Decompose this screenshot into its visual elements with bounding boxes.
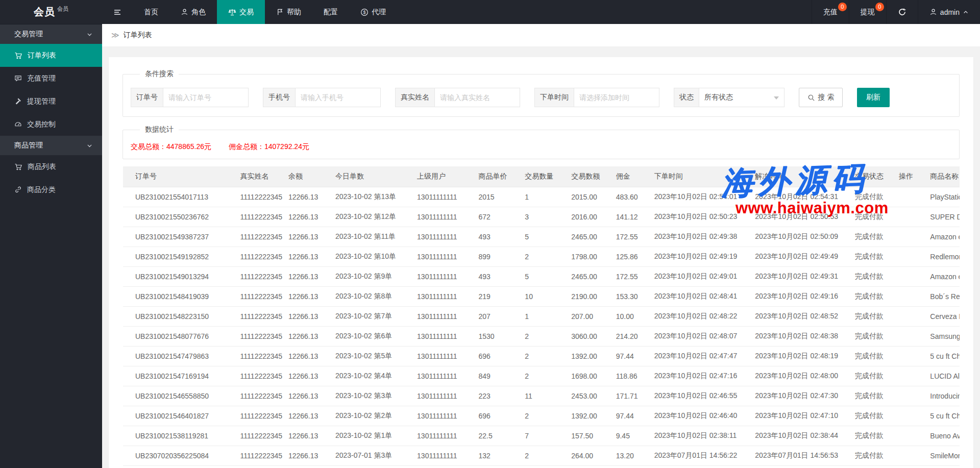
cell-order-no: UB2310021538119281: [123, 426, 228, 446]
sidebar-item-product-category[interactable]: 商品分类: [0, 178, 102, 201]
sidebar-section-trade[interactable]: 交易管理: [0, 24, 102, 44]
order-time-label: 下单时间: [534, 88, 574, 107]
sidebar-item-withdraw[interactable]: 提现管理: [0, 90, 102, 113]
cell-today-orders: 2023-10-02 第6单: [323, 326, 405, 346]
total-amount-stat: 交易总额：4478865.26元: [131, 142, 211, 151]
cell-status: 完成付款: [843, 286, 887, 306]
table-row: UB23070203375361121111222234512266.13202…: [123, 465, 960, 468]
cell-unfreeze-time: 2023年10月02日 02:48:38: [743, 326, 842, 346]
table-row: UB23100215474798631111222234512266.13202…: [123, 346, 960, 366]
username: admin: [940, 8, 960, 16]
column-header-status: 交易状态: [843, 166, 887, 187]
table-row: UB23100215464018271111222234512266.13202…: [123, 406, 960, 426]
nav-item-roles[interactable]: 角色: [169, 0, 217, 24]
cell-parent-user: 13011111111: [405, 426, 466, 446]
cell-parent-user: 13011111111: [405, 227, 466, 247]
cell-real-name: 11112222345: [228, 266, 276, 286]
withdraw-label: 提现: [861, 8, 875, 17]
cell-order-time: 2023年10月02日 02:54:01: [642, 187, 743, 207]
cell-order-no: UB2310021548419039: [123, 286, 228, 306]
order-time-group: 下单时间: [534, 88, 659, 107]
cell-today-orders: 2023-10-02 第1单: [323, 426, 405, 446]
cell-unit-price: 22.5: [466, 426, 512, 446]
cell-unit-price: 33.9: [466, 465, 512, 468]
cell-parent-user: 13011111111: [405, 247, 466, 266]
sidebar-item-label: 交易控制: [27, 120, 56, 129]
nav-item-help[interactable]: 帮助: [265, 0, 312, 24]
nav-item-config[interactable]: 配置: [312, 0, 349, 24]
cell-amount: 1392.00: [559, 406, 603, 426]
cell-order-no: UB2310021549387237: [123, 227, 228, 247]
sidebar-item-product-list[interactable]: 商品列表: [0, 155, 102, 178]
cell-amount: 1698.00: [559, 366, 603, 386]
nav-label: 角色: [191, 8, 206, 17]
cell-action: [887, 286, 918, 306]
order-no-input[interactable]: [163, 88, 249, 107]
phone-input[interactable]: [295, 88, 381, 107]
cell-product-name: SUPER DEAL Portable Compact Mini Twin Tu…: [918, 207, 960, 227]
cell-unfreeze-time: 2023年10月02日 02:50:53: [743, 207, 842, 227]
cell-amount: 203.40: [559, 465, 603, 468]
sidebar-section-product[interactable]: 商品管理: [0, 136, 102, 155]
order-time-input[interactable]: [574, 88, 659, 107]
gauge-icon: [14, 120, 22, 128]
table-row: UB23100215540171131111222234512266.13202…: [123, 187, 960, 207]
nav-item-home[interactable]: 首页: [133, 0, 169, 24]
cell-balance: 12266.13: [276, 346, 323, 366]
table-row: UB23100215502367621111222234512266.13202…: [123, 207, 960, 227]
sidebar-item-recharge[interactable]: 充值管理: [0, 67, 102, 90]
recharge-label: 充值: [823, 8, 838, 17]
status-select[interactable]: 所有状态: [699, 88, 785, 107]
phone-label: 手机号: [263, 88, 295, 107]
cell-action: [887, 406, 918, 426]
cell-unfreeze-time: 2023年10月02日 02:48:00: [743, 366, 842, 386]
recharge-button[interactable]: 充值 0: [812, 0, 849, 24]
cell-balance: 12266.13: [276, 266, 323, 286]
cell-commission: 118.86: [604, 366, 642, 386]
nav-item-agent[interactable]: $ 代理: [349, 0, 397, 24]
cell-action: [887, 227, 918, 247]
cell-unit-price: 2015: [466, 187, 512, 207]
order-no-group: 订单号: [131, 88, 249, 107]
cell-today-orders: 2023-10-02 第8单: [323, 286, 405, 306]
cart-icon: [14, 52, 22, 60]
refresh-button[interactable]: 刷新: [857, 88, 890, 107]
cell-today-orders: 2023-07-01 第3单: [323, 446, 405, 465]
dollar-circle-icon: $: [360, 8, 369, 16]
order-table-body: UB23100215540171131111222234512266.13202…: [123, 187, 960, 468]
real-name-input[interactable]: [434, 88, 520, 107]
cell-order-time: 2023年10月02日 02:46:55: [642, 386, 743, 406]
cell-today-orders: 2023-10-02 第7单: [323, 306, 405, 326]
cell-order-no: UB2310021547479863: [123, 346, 228, 366]
cell-unit-price: 493: [466, 266, 512, 286]
sidebar-item-order-list[interactable]: 订单列表: [0, 44, 102, 67]
withdraw-button[interactable]: 提现 0: [849, 0, 886, 24]
cell-commission: 214.20: [604, 326, 642, 346]
nav-label: 代理: [372, 8, 386, 17]
cell-amount: 2016.00: [559, 207, 603, 227]
sidebar-item-trade-control[interactable]: 交易控制: [0, 113, 102, 136]
main-content: ≫ 订单列表 条件搜索 订单号 手机号 真实姓名: [102, 24, 980, 468]
nav-item-trade[interactable]: 交易: [217, 0, 265, 24]
search-button[interactable]: 搜 索: [799, 88, 843, 107]
app-logo: 会员 会员: [0, 0, 102, 24]
cell-amount: 2465.00: [559, 227, 603, 247]
column-header-order-time: 下单时间: [642, 166, 743, 187]
cell-product-name: Amazon eero Beacon mesh WiFi range exten…: [918, 227, 960, 247]
menu-fold-button[interactable]: [102, 0, 133, 24]
cell-commission: 172.55: [604, 227, 642, 247]
cell-commission: 10.17: [604, 465, 642, 468]
refresh-page-button[interactable]: [886, 0, 918, 24]
cell-order-time: 2023年10月02日 02:49:19: [642, 247, 743, 266]
real-name-group: 真实姓名: [395, 88, 520, 107]
cell-order-time: 2023年10月02日 02:50:23: [642, 207, 743, 227]
cell-order-time: 2023年10月02日 02:49:38: [642, 227, 743, 247]
user-menu[interactable]: admin: [918, 0, 980, 24]
real-name-label: 真实姓名: [395, 88, 434, 107]
cell-unfreeze-time: 2023年10月02日 02:38:44: [743, 426, 842, 446]
cell-quantity: 2: [512, 446, 559, 465]
status-selected-value: 所有状态: [704, 93, 733, 102]
cell-order-no: UB2307020356225084: [123, 446, 228, 465]
cell-action: [887, 465, 918, 468]
cell-commission: 141.12: [604, 207, 642, 227]
